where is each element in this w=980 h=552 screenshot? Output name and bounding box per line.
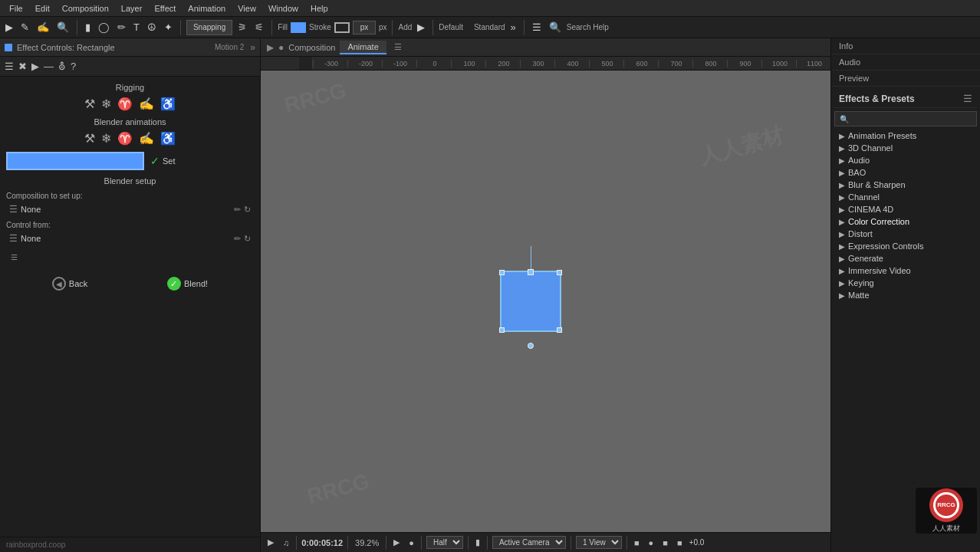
toolbar-text-tool[interactable]: T xyxy=(131,21,142,33)
menu-window[interactable]: Window xyxy=(262,2,304,15)
blend-icon-1[interactable]: ⚒ xyxy=(84,131,95,146)
handle-tr[interactable] xyxy=(557,270,562,275)
toolbar-ellipse-tool[interactable]: ◯ xyxy=(96,21,112,33)
vt-resolution-btn[interactable]: ▮ xyxy=(473,537,482,547)
menu-file[interactable]: File xyxy=(3,2,29,15)
effects-item-bao[interactable]: ▶ BAO xyxy=(834,166,977,179)
ec-btn-help[interactable]: ? xyxy=(71,61,76,72)
comp-header-title: Composition xyxy=(288,43,335,52)
comp-pick-btn[interactable]: ✏ xyxy=(234,205,241,215)
tab-audio[interactable]: Audio xyxy=(831,54,980,71)
vt-3d-btn[interactable]: ■ xyxy=(660,538,670,547)
tab-preview[interactable]: Preview xyxy=(831,71,980,87)
effects-menu-icon[interactable]: ☰ xyxy=(963,93,972,104)
jump-input[interactable]: jump xyxy=(6,152,144,170)
blend-icon-4[interactable]: ✍ xyxy=(139,131,154,146)
toolbar-brush-tool[interactable]: ☮ xyxy=(145,21,159,33)
rotation-handle[interactable] xyxy=(528,343,534,349)
snapping-button[interactable]: Snapping xyxy=(186,20,232,35)
menu-edit[interactable]: Edit xyxy=(29,2,56,15)
blue-rectangle-shape[interactable] xyxy=(500,271,561,332)
handle-br[interactable] xyxy=(557,327,562,333)
comp-tab-animate[interactable]: Animate xyxy=(340,41,386,54)
toolbar-icon2[interactable]: ⚟ xyxy=(252,21,266,33)
camera-dropdown[interactable]: Active Camera xyxy=(492,536,566,549)
effects-item-channel[interactable]: ▶ Channel xyxy=(834,191,977,203)
comp-reset-btn[interactable]: ↻ xyxy=(244,205,251,215)
ec-btn-camera[interactable]: ▶ xyxy=(31,61,39,72)
vt-zoom-btn[interactable]: 39.2% xyxy=(353,538,381,547)
ec-btn-layers[interactable]: ☰ xyxy=(5,61,14,72)
rigging-icon-1[interactable]: ⚒ xyxy=(84,97,95,111)
toolbar-snap-icon[interactable]: ⚞ xyxy=(235,21,249,33)
menu-view[interactable]: View xyxy=(232,2,262,15)
blend-icon-5[interactable]: ♿ xyxy=(160,131,176,146)
rigging-icon-3[interactable]: ♈ xyxy=(117,97,133,111)
view-dropdown[interactable]: 1 View xyxy=(576,536,622,549)
effects-item-color-correction[interactable]: ▶ Color Correction xyxy=(834,215,977,228)
ec-btn-delete[interactable]: ✖ xyxy=(18,61,27,72)
menu-effect[interactable]: Effect xyxy=(148,2,182,15)
vt-audio-btn[interactable]: ♫ xyxy=(281,538,291,547)
toolbar-pen2-tool[interactable]: ✏ xyxy=(115,21,128,33)
vt-play-btn[interactable]: ▶ xyxy=(265,537,276,547)
toolbar-pen-tool[interactable]: ✎ xyxy=(18,21,31,33)
effects-item-generate[interactable]: ▶ Generate xyxy=(834,252,977,264)
menu-layer[interactable]: Layer xyxy=(115,2,149,15)
effects-item-cinema4d[interactable]: ▶ CINEMA 4D xyxy=(834,203,977,215)
effects-item-3d-channel[interactable]: ▶ 3D Channel xyxy=(834,142,977,154)
toolbar-rect-tool[interactable]: ▮ xyxy=(83,21,93,33)
toolbar-select-tool[interactable]: ▶ xyxy=(3,21,15,33)
toolbar-hand-tool[interactable]: ✍ xyxy=(35,21,51,33)
back-button[interactable]: ◀ Back xyxy=(52,277,87,291)
ec-btn-key[interactable]: ⛢ xyxy=(58,61,66,72)
effects-item-expression-controls[interactable]: ▶ Expression Controls xyxy=(834,240,977,252)
panel-expand-btn[interactable]: » xyxy=(250,42,255,53)
ec-btn-minus[interactable]: — xyxy=(44,61,54,72)
menu-help[interactable]: Help xyxy=(304,2,334,15)
transform-handle-top[interactable] xyxy=(528,269,534,275)
vt-render-btn[interactable]: ■ xyxy=(675,538,685,547)
toolbar-search[interactable]: 🔍 xyxy=(547,21,564,33)
comp-menu-icon[interactable]: ☰ xyxy=(394,42,402,52)
control-pick-btn[interactable]: ✏ xyxy=(234,234,241,244)
effects-item-animation-presets[interactable]: ▶ Animation Presets xyxy=(834,130,977,142)
toolbar-stamp-tool[interactable]: ✦ xyxy=(162,21,175,33)
effects-item-keying[interactable]: ▶ Keying xyxy=(834,277,977,289)
handle-tl[interactable] xyxy=(499,270,505,275)
viewport-canvas[interactable]: RRCG 人人素材 RRCG xyxy=(261,71,830,532)
toolbar-zoom-tool[interactable]: 🔍 xyxy=(54,21,71,33)
set-button[interactable]: ✓ Set xyxy=(150,155,176,167)
effects-item-immersive-video[interactable]: ▶ Immersive Video xyxy=(834,264,977,277)
vt-color-btn[interactable]: ● xyxy=(406,538,416,547)
tab-info[interactable]: Info xyxy=(831,38,980,54)
effects-item-blur-sharpen[interactable]: ▶ Blur & Sharpen xyxy=(834,179,977,191)
effects-item-matte[interactable]: ▶ Matte xyxy=(834,289,977,301)
blend-icon-2[interactable]: ❄ xyxy=(101,131,111,146)
px-input[interactable] xyxy=(353,21,376,34)
control-reset-btn[interactable]: ↻ xyxy=(244,234,251,244)
rigging-icon-2[interactable]: ❄ xyxy=(101,97,111,111)
effects-search-input[interactable] xyxy=(834,111,977,127)
fill-color-swatch[interactable] xyxy=(291,22,306,33)
effects-arrow-6: ▶ xyxy=(839,205,845,214)
toolbar-expand[interactable]: » xyxy=(508,21,518,33)
stroke-color-swatch[interactable] xyxy=(334,22,350,33)
menu-composition[interactable]: Composition xyxy=(56,2,115,15)
handle-bl[interactable] xyxy=(499,327,505,333)
menu-animation[interactable]: Animation xyxy=(182,2,232,15)
blend-button[interactable]: ✓ Blend! xyxy=(167,277,208,291)
add-btn[interactable]: ▶ xyxy=(415,21,427,33)
rigging-icon-5[interactable]: ♿ xyxy=(160,97,176,111)
blend-icon-3[interactable]: ♈ xyxy=(117,131,133,146)
quality-dropdown[interactable]: Half xyxy=(426,536,463,549)
vt-snapshot-btn[interactable]: ▶ xyxy=(391,537,402,547)
effects-item-distort[interactable]: ▶ Distort xyxy=(834,228,977,240)
effect-controls-toolbar: ☰ ✖ ▶ — ⛢ ? xyxy=(0,57,260,77)
rigging-icon-4[interactable]: ✍ xyxy=(139,97,154,111)
vt-mask-btn[interactable]: ● xyxy=(646,538,656,547)
viewport-timecode: 0:00:05:12 xyxy=(301,538,343,547)
toolbar-workspace[interactable]: ☰ xyxy=(530,21,544,33)
effects-item-audio[interactable]: ▶ Audio xyxy=(834,154,977,166)
vt-grid-btn[interactable]: ■ xyxy=(632,538,642,547)
